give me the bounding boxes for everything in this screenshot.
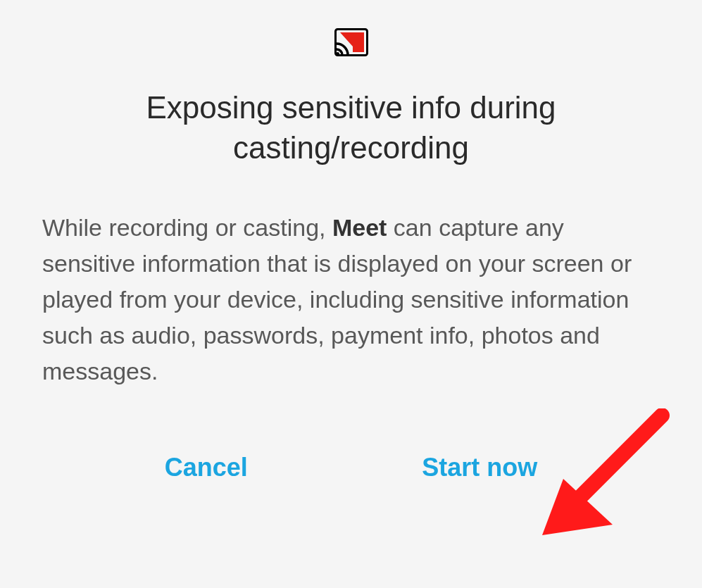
dialog-button-row: Cancel Start now: [35, 446, 667, 489]
cast-icon-container: [334, 28, 368, 59]
start-now-button[interactable]: Start now: [408, 446, 551, 489]
dialog-app-name: Meet: [332, 214, 387, 241]
svg-marker-1: [340, 32, 364, 52]
cancel-button[interactable]: Cancel: [151, 446, 262, 489]
svg-point-2: [336, 52, 339, 56]
dialog-title: Exposing sensitive info during casting/r…: [35, 87, 667, 168]
cast-icon: [334, 46, 368, 58]
dialog-body-prefix: While recording or casting,: [42, 214, 332, 241]
dialog-body: While recording or casting, Meet can cap…: [35, 210, 667, 389]
